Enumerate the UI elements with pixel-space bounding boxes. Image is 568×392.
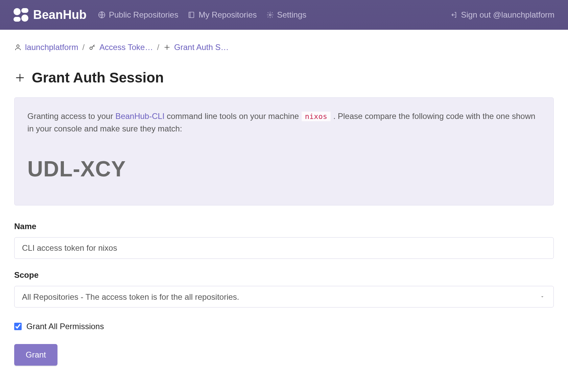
svg-point-2: [269, 14, 271, 16]
nav-my-repositories-label: My Repositories: [198, 10, 257, 20]
grant-button[interactable]: Grant: [14, 344, 57, 366]
plus-icon: [14, 72, 26, 83]
nav-signout-label: Sign out @launchplatform: [461, 10, 554, 20]
footer: 2024 © BeanHub by Launch Platform LLC Be…: [0, 366, 568, 392]
nav-settings-label: Settings: [277, 10, 307, 20]
brand-logo-icon: [14, 8, 28, 22]
brand-name: BeanHub: [33, 8, 87, 22]
breadcrumb-user[interactable]: launchplatform: [25, 43, 78, 52]
nav-public-repositories[interactable]: Public Repositories: [98, 10, 178, 20]
form-name-section: Name: [0, 205, 568, 267]
name-input[interactable]: [14, 237, 554, 259]
page-title-block: Grant Auth Session: [0, 52, 568, 97]
svg-point-3: [17, 45, 19, 47]
navlinks: Public Repositories My Repositories Sett…: [98, 10, 450, 20]
top-navbar: BeanHub Public Repositories My Repositor…: [0, 0, 568, 30]
grant-all-permissions-checkbox[interactable]: [14, 323, 22, 330]
svg-point-4: [90, 47, 92, 49]
beanhub-cli-link[interactable]: BeanHub-CLI: [115, 112, 164, 121]
signout-icon: [450, 11, 457, 19]
user-icon: [14, 44, 22, 51]
auth-code: UDL-XCY: [27, 156, 541, 181]
gear-icon: [266, 11, 274, 19]
breadcrumb: launchplatform / Access Toke… / Grant Au…: [0, 30, 568, 52]
plus-icon: [163, 44, 171, 51]
book-icon: [188, 11, 195, 19]
nav-settings[interactable]: Settings: [266, 10, 307, 20]
breadcrumb-separator: /: [157, 43, 159, 52]
grant-all-permissions-row: Grant All Permissions: [0, 316, 568, 331]
breadcrumb-separator: /: [82, 43, 85, 52]
svg-rect-1: [189, 12, 194, 18]
breadcrumb-access-tokens[interactable]: Access Toke…: [99, 43, 153, 52]
brand[interactable]: BeanHub: [14, 8, 87, 22]
form-scope-section: Scope All Repositories - The access toke…: [0, 267, 568, 316]
nav-my-repositories[interactable]: My Repositories: [188, 10, 257, 20]
grant-all-permissions-label: Grant All Permissions: [26, 322, 104, 331]
name-label: Name: [14, 222, 554, 231]
nav-public-repositories-label: Public Repositories: [109, 10, 178, 20]
page-title: Grant Auth Session: [32, 70, 164, 86]
grant-description: Granting access to your BeanHub-CLI comm…: [27, 110, 541, 135]
machine-name-code: nixos: [301, 111, 331, 122]
key-icon: [89, 44, 96, 51]
scope-label: Scope: [14, 270, 554, 280]
scope-select[interactable]: All Repositories - The access token is f…: [14, 286, 554, 308]
breadcrumb-grant-auth[interactable]: Grant Auth S…: [174, 43, 229, 52]
nav-signout[interactable]: Sign out @launchplatform: [450, 10, 554, 20]
grant-info-card: Granting access to your BeanHub-CLI comm…: [14, 97, 554, 205]
globe-icon: [98, 11, 105, 19]
